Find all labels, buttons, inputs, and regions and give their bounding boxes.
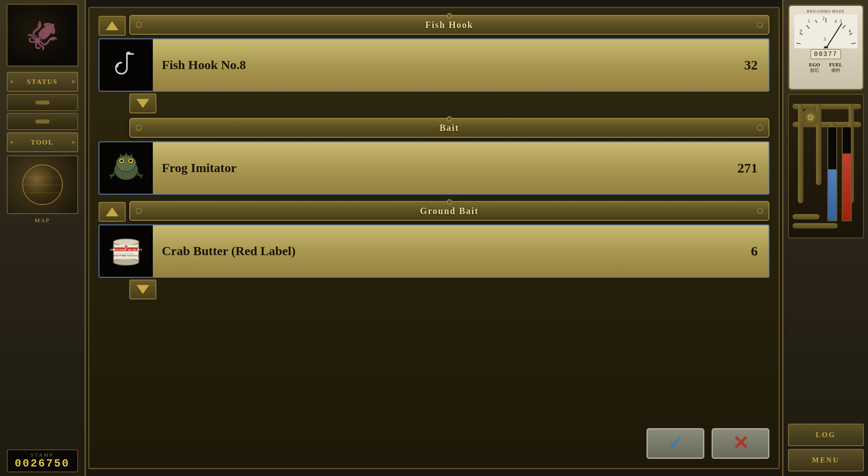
svg-text:2: 2	[822, 16, 825, 21]
fuel-tubes	[827, 126, 852, 221]
can-svg-image: OPEN FINE QUALITY FINE PORK SAUSAGE	[106, 234, 146, 268]
svg-marker-9	[130, 154, 132, 157]
left-sidebar: 🦑 STATUS TOOL MAP STAMP 0026750	[0, 0, 86, 476]
bait-quantity: 271	[737, 142, 769, 194]
menu-button[interactable]: menu	[788, 449, 864, 471]
svg-point-18	[113, 239, 139, 245]
svg-point-2	[116, 155, 136, 172]
right-sidebar-buttons: LOG menu	[788, 424, 864, 471]
ground-bait-item-row[interactable]: OPEN FINE QUALITY FINE PORK SAUSAGE Crab…	[99, 224, 769, 278]
confirm-icon: ✓	[667, 434, 684, 453]
drawer-2[interactable]	[7, 113, 78, 130]
svg-text:1: 1	[808, 19, 810, 23]
svg-point-27	[124, 245, 128, 248]
fish-hook-down-arrow[interactable]	[129, 93, 156, 113]
ground-bait-up-arrow[interactable]	[99, 202, 126, 222]
portrait-image: 🦑	[8, 5, 77, 65]
gauge-svg: 9 1 2 3 4 5	[794, 14, 858, 48]
gauge-number: 00377	[811, 49, 840, 59]
svg-point-5	[120, 159, 123, 162]
fish-hook-title: Fish Hook	[425, 20, 473, 30]
bait-header: Bait	[129, 118, 769, 138]
character-portrait: 🦑	[6, 4, 79, 67]
cancel-icon: ✕	[732, 434, 749, 453]
bait-name-area: Frog Imitator	[153, 142, 737, 194]
fish-hook-quantity: 32	[744, 39, 769, 91]
svg-point-15	[127, 171, 129, 173]
svg-marker-8	[120, 154, 123, 157]
pipes-area: ⚙	[788, 94, 864, 238]
ego-label: EGO 順応	[809, 62, 820, 74]
ground-bait-header: Ground Bait	[129, 201, 769, 221]
bait-title: Bait	[439, 123, 459, 133]
ground-bait-section: Ground Bait	[99, 201, 769, 299]
gear-icon: ⚙	[802, 108, 820, 126]
fish-hook-section: Fish Hook Fish Hook No.8 32	[99, 15, 769, 113]
fuel-tube-blue	[827, 126, 837, 221]
fish-hook-icon	[99, 39, 153, 91]
svg-point-19	[113, 259, 139, 265]
status-label: STATUS	[27, 78, 57, 86]
svg-point-6	[129, 159, 132, 162]
fuel-level-red	[843, 154, 851, 220]
map-label[interactable]: MAP	[34, 217, 50, 224]
bait-section: Bait	[99, 118, 769, 195]
frog-icon	[99, 142, 153, 194]
stamp-area: STAMP 0026750	[7, 449, 78, 472]
svg-point-14	[124, 168, 126, 170]
drawer-1[interactable]	[7, 94, 78, 111]
stamp-label: STAMP	[11, 452, 74, 457]
ground-bait-down-arrow[interactable]	[129, 280, 156, 299]
svg-marker-7	[124, 153, 128, 156]
bait-item-row[interactable]: Frog Imitator 271	[99, 141, 769, 195]
hook-svg-image	[110, 49, 142, 81]
ground-bait-title: Ground Bait	[420, 206, 479, 216]
svg-point-16	[122, 171, 123, 173]
svg-text:4: 4	[849, 28, 851, 33]
svg-text:3: 3	[840, 19, 842, 23]
confirm-button[interactable]: ✓	[646, 428, 704, 459]
cancel-button[interactable]: ✕	[712, 428, 769, 459]
globe	[22, 164, 63, 205]
fish-hook-name-area: Fish Hook No.8	[153, 39, 744, 91]
right-sidebar: BRICGNIRO MADE	[782, 0, 868, 476]
log-button[interactable]: LOG	[788, 424, 864, 446]
tool-label: TOOL	[31, 139, 54, 146]
fish-hook-up-arrow[interactable]	[99, 16, 126, 36]
fish-hook-name: Fish Hook No.8	[162, 58, 246, 72]
action-buttons: ✓ ✕	[646, 428, 769, 459]
svg-text:9: 9	[800, 28, 802, 33]
status-button[interactable]: STATUS	[7, 72, 78, 92]
tool-button[interactable]: TOOL	[7, 132, 78, 152]
ground-bait-quantity: 6	[751, 225, 769, 277]
bait-name: Frog Imitator	[162, 161, 236, 175]
fish-hook-item-row[interactable]: Fish Hook No.8 32	[99, 38, 769, 92]
stamp-value: 0026750	[11, 457, 74, 470]
svg-text:FINE PORK SAUSAGE: FINE PORK SAUSAGE	[113, 254, 140, 257]
ground-bait-name: Crab Butter (Red Label)	[162, 244, 296, 258]
main-panel: Fish Hook Fish Hook No.8 32	[88, 7, 780, 469]
gauge-widget: BRICGNIRO MADE	[788, 5, 864, 90]
svg-text:5: 5	[824, 37, 826, 42]
fuel-level-blue	[828, 169, 836, 220]
can-icon: OPEN FINE QUALITY FINE PORK SAUSAGE	[99, 225, 153, 277]
fuel-tube-red	[842, 126, 852, 221]
fuel-label: FUEL 燃料	[829, 62, 842, 74]
fish-hook-header: Fish Hook	[129, 15, 769, 35]
globe-widget	[7, 155, 78, 214]
ground-bait-name-area: Crab Butter (Red Label)	[153, 225, 751, 277]
frog-svg-image	[108, 150, 144, 186]
gauge-brand: BRICGNIRO MADE	[807, 9, 845, 14]
gauge-labels: EGO 順応 FUEL 燃料	[809, 62, 843, 74]
